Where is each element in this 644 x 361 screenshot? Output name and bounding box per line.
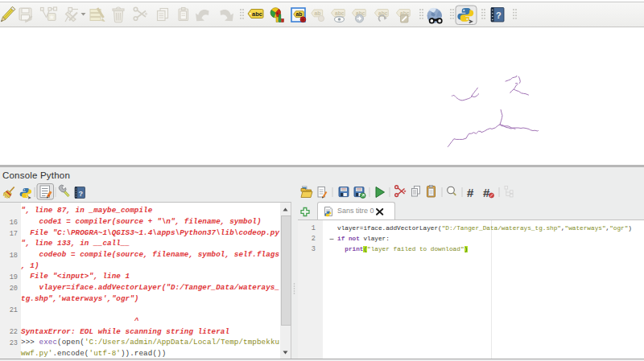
svg-text:?: ? <box>79 190 84 198</box>
svg-text:abc: abc <box>335 10 345 16</box>
svg-text:ab: ab <box>315 10 321 16</box>
svg-text:?: ? <box>496 10 502 20</box>
svg-text:#: # <box>467 186 474 199</box>
svg-text:abc: abc <box>252 10 262 18</box>
svg-text:#: # <box>483 186 490 199</box>
svg-text:ab: ab <box>296 11 303 17</box>
